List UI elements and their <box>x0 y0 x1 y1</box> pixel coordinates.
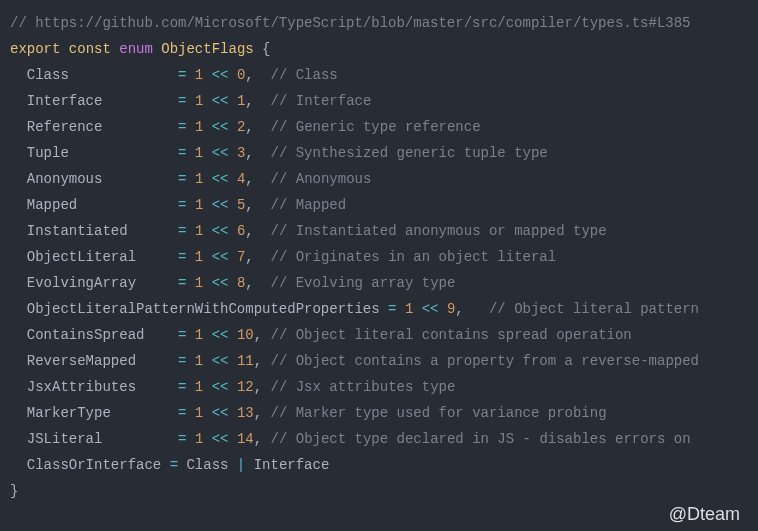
code-line: MarkerType = 1 << 13, // Marker type use… <box>10 400 748 426</box>
enum-member: ObjectLiteral <box>27 249 136 265</box>
code-block: // https://github.com/Microsoft/TypeScri… <box>0 0 758 504</box>
enum-member: Instantiated <box>27 223 128 239</box>
code-line: Instantiated = 1 << 6, // Instantiated a… <box>10 218 748 244</box>
code-line: ClassOrInterface = Class | Interface <box>10 452 748 478</box>
code-line: Interface = 1 << 1, // Interface <box>10 88 748 114</box>
enum-member: Class <box>27 67 69 83</box>
code-line: EvolvingArray = 1 << 8, // Evolving arra… <box>10 270 748 296</box>
code-line: ReverseMapped = 1 << 11, // Object conta… <box>10 348 748 374</box>
enum-member: Anonymous <box>27 171 103 187</box>
enum-member: Interface <box>27 93 103 109</box>
code-line: Mapped = 1 << 5, // Mapped <box>10 192 748 218</box>
code-line: ObjectLiteralPatternWithComputedProperti… <box>10 296 748 322</box>
code-line: export const enum ObjectFlags { <box>10 36 748 62</box>
code-line: JsxAttributes = 1 << 12, // Jsx attribut… <box>10 374 748 400</box>
enum-member: JsxAttributes <box>27 379 136 395</box>
code-line: JSLiteral = 1 << 14, // Object type decl… <box>10 426 748 452</box>
code-line: ObjectLiteral = 1 << 7, // Originates in… <box>10 244 748 270</box>
enum-member: Mapped <box>27 197 77 213</box>
enum-member: JSLiteral <box>27 431 103 447</box>
enum-member: ClassOrInterface <box>27 457 161 473</box>
enum-member: Tuple <box>27 145 69 161</box>
enum-member: ContainsSpread <box>27 327 145 343</box>
watermark: @Dteam <box>669 504 740 525</box>
code-line: } <box>10 478 748 504</box>
code-line: Class = 1 << 0, // Class <box>10 62 748 88</box>
code-line: Anonymous = 1 << 4, // Anonymous <box>10 166 748 192</box>
enum-member: EvolvingArray <box>27 275 136 291</box>
code-line: // https://github.com/Microsoft/TypeScri… <box>10 10 748 36</box>
enum-member: Reference <box>27 119 103 135</box>
enum-member: MarkerType <box>27 405 111 421</box>
code-line: Tuple = 1 << 3, // Synthesized generic t… <box>10 140 748 166</box>
code-line: Reference = 1 << 2, // Generic type refe… <box>10 114 748 140</box>
code-line: ContainsSpread = 1 << 10, // Object lite… <box>10 322 748 348</box>
enum-member: ReverseMapped <box>27 353 136 369</box>
enum-member: ObjectLiteralPatternWithComputedProperti… <box>27 301 380 317</box>
